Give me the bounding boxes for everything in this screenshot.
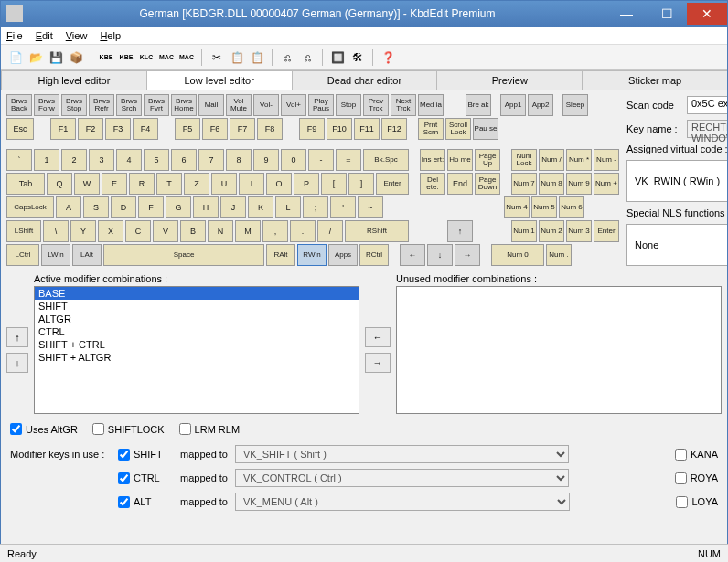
key-up-arrow[interactable]: ↑: [447, 220, 473, 242]
key-1[interactable]: 1: [34, 149, 59, 171]
key-l[interactable]: L: [275, 196, 301, 218]
toolbar-button-21[interactable]: ❓: [379, 48, 397, 67]
key-pau-se[interactable]: Pau se: [473, 118, 498, 140]
key-brws-stop[interactable]: Brws Stop: [61, 94, 87, 116]
key-num-6[interactable]: Num 6: [559, 196, 584, 218]
key-brws-srch[interactable]: Brws Srch: [116, 94, 142, 116]
key-rctrl[interactable]: RCtrl: [359, 244, 389, 266]
key-brws-fvrt[interactable]: Brws Fvrt: [144, 94, 169, 116]
tab-preview[interactable]: Preview: [436, 70, 583, 90]
key-mail[interactable]: Mail: [198, 94, 224, 116]
key-v[interactable]: V: [153, 220, 178, 242]
key-q[interactable]: Q: [47, 173, 72, 195]
shiftlock-check[interactable]: SHIFTLOCK: [92, 423, 165, 435]
move-up-button[interactable]: ↑: [6, 327, 28, 347]
nls-select[interactable]: None: [626, 224, 728, 266]
key-num-[interactable]: Num -: [594, 149, 619, 171]
tab-high-level-editor[interactable]: High level editor: [1, 70, 147, 90]
toolbar-button-19[interactable]: 🛠: [348, 48, 367, 67]
key-7[interactable]: 7: [198, 149, 224, 171]
key-ins-ert-[interactable]: Ins ert:: [420, 149, 445, 171]
minimize-button[interactable]: —: [606, 3, 647, 25]
list-item[interactable]: BASE: [35, 287, 359, 300]
lrm-rlm-check[interactable]: LRM RLM: [179, 423, 241, 435]
key-num-1[interactable]: Num 1: [511, 220, 537, 242]
key-i[interactable]: I: [239, 173, 264, 195]
mod-kana-check[interactable]: KANA: [675, 449, 718, 461]
key-page-down[interactable]: Page Down: [475, 173, 500, 195]
key-vol-mute[interactable]: Vol Mute: [226, 94, 252, 116]
key-t[interactable]: T: [156, 173, 182, 195]
toolbar-button-9[interactable]: MAC: [177, 48, 196, 67]
key-n[interactable]: N: [208, 220, 233, 242]
key-bk-spc[interactable]: Bk.Spc: [363, 149, 409, 171]
key-f[interactable]: F: [138, 196, 164, 218]
key-ho-me[interactable]: Ho me: [447, 149, 473, 171]
key--[interactable]: -: [308, 149, 334, 171]
key-f8[interactable]: F8: [257, 118, 283, 140]
key-prnt-scrn[interactable]: Prnt Scrn: [418, 118, 444, 140]
key-name-input[interactable]: RECHTE WINDOW: [687, 120, 728, 138]
key-left-arrow[interactable]: ←: [400, 244, 425, 266]
key-tab[interactable]: Tab: [6, 173, 45, 195]
toolbar-button-12[interactable]: 📋: [228, 48, 246, 67]
key-f4[interactable]: F4: [133, 118, 158, 140]
key--[interactable]: .: [290, 220, 316, 242]
key-page-up[interactable]: Page Up: [475, 149, 500, 171]
key-f9[interactable]: F9: [299, 118, 325, 140]
key-sleep[interactable]: Sleep: [562, 94, 588, 116]
mod-ctrl-map-select[interactable]: VK_CONTROL ( Ctrl ): [235, 469, 569, 487]
key-next-trck[interactable]: Next Trck: [391, 94, 416, 116]
toolbar-button-15[interactable]: ⎌: [278, 48, 296, 67]
list-item[interactable]: SHIFT + CTRL: [35, 338, 359, 351]
key-f10[interactable]: F10: [327, 118, 352, 140]
key-6[interactable]: 6: [171, 149, 197, 171]
toolbar-button-13[interactable]: 📋: [248, 48, 266, 67]
mod-roya-check[interactable]: ROYA: [675, 472, 718, 484]
key-scroll-lock[interactable]: Scroll Lock: [445, 118, 471, 140]
key-b[interactable]: B: [180, 220, 206, 242]
key-f1[interactable]: F1: [50, 118, 76, 140]
list-item[interactable]: SHIFT + ALTGR: [35, 351, 359, 364]
key--[interactable]: `: [6, 149, 32, 171]
key-f7[interactable]: F7: [230, 118, 255, 140]
maximize-button[interactable]: ☐: [647, 3, 687, 25]
menu-edit[interactable]: Edit: [36, 30, 53, 41]
key--[interactable]: ~: [358, 196, 383, 218]
menu-help[interactable]: Help: [100, 30, 121, 41]
key-esc[interactable]: Esc: [6, 118, 34, 140]
key--[interactable]: ,: [262, 220, 288, 242]
key-med-ia[interactable]: Med ia: [418, 94, 444, 116]
key-num-4[interactable]: Num 4: [504, 196, 530, 218]
key--[interactable]: ;: [303, 196, 328, 218]
key-f3[interactable]: F3: [105, 118, 131, 140]
key-apps[interactable]: Apps: [328, 244, 358, 266]
key-num-9[interactable]: Num 9: [566, 173, 592, 195]
toolbar-button-11[interactable]: ✂: [208, 48, 226, 67]
key--[interactable]: /: [317, 220, 343, 242]
uses-altgr-check[interactable]: Uses AltGR: [10, 423, 78, 435]
key-f11[interactable]: F11: [354, 118, 380, 140]
key-vol-[interactable]: Vol+: [281, 94, 306, 116]
key-num-8[interactable]: Num 8: [539, 173, 564, 195]
key-2[interactable]: 2: [61, 149, 87, 171]
key-ralt[interactable]: RAlt: [266, 244, 295, 266]
toolbar-button-7[interactable]: KLC: [137, 48, 155, 67]
key-m[interactable]: M: [235, 220, 261, 242]
key--[interactable]: =: [336, 149, 361, 171]
key-d[interactable]: D: [111, 196, 136, 218]
key-w[interactable]: W: [74, 173, 100, 195]
key-z[interactable]: Z: [184, 173, 209, 195]
toolbar-button-1[interactable]: 📂: [27, 48, 45, 67]
key-app1[interactable]: App1: [500, 94, 526, 116]
key-num-lock[interactable]: Num Lock: [511, 149, 537, 171]
toolbar-button-18[interactable]: 🔲: [328, 48, 347, 67]
key-brws-back[interactable]: Brws Back: [6, 94, 32, 116]
key-num-2[interactable]: Num 2: [539, 220, 564, 242]
key--[interactable]: [: [321, 173, 347, 195]
key-8[interactable]: 8: [226, 149, 252, 171]
key-capslock[interactable]: CapsLock: [6, 196, 54, 218]
key-a[interactable]: A: [56, 196, 81, 218]
key-u[interactable]: U: [211, 173, 237, 195]
key--[interactable]: \: [43, 220, 69, 242]
